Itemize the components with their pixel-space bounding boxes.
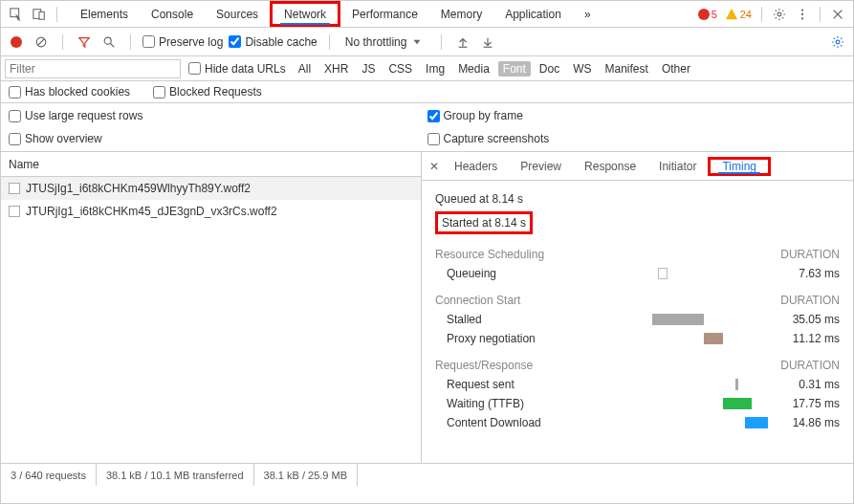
error-warning-badge[interactable]: 5 24: [698, 8, 752, 21]
metric-request-sent: Request sent 0.31 ms: [435, 378, 840, 391]
tab-more[interactable]: »: [573, 1, 602, 27]
chevron-down-icon: [408, 35, 426, 49]
svg-point-8: [104, 37, 111, 44]
type-other[interactable]: Other: [657, 61, 695, 77]
detail-tab-preview[interactable]: Preview: [509, 152, 573, 180]
record-icon: [11, 36, 22, 48]
group-by-frame-checkbox[interactable]: Group by frame: [427, 109, 846, 122]
download-har-icon[interactable]: [478, 33, 497, 52]
tab-memory[interactable]: Memory: [429, 1, 493, 27]
duration-header: DURATION: [780, 248, 840, 261]
section-request-response: Request/Response: [435, 359, 533, 372]
device-toggle-icon[interactable]: [30, 5, 49, 24]
type-js[interactable]: JS: [357, 61, 380, 77]
svg-rect-2: [39, 11, 44, 19]
show-overview-checkbox[interactable]: Show overview: [9, 132, 427, 145]
column-header-name[interactable]: Name: [1, 152, 421, 177]
status-resources: 38.1 kB / 25.9 MB: [254, 464, 358, 486]
type-img[interactable]: Img: [421, 61, 449, 77]
started-at-label: Started at 8.14 s: [442, 216, 526, 230]
tab-elements[interactable]: Elements: [69, 1, 140, 27]
preserve-log-checkbox[interactable]: Preserve log: [142, 35, 223, 49]
settings-icon[interactable]: [770, 5, 789, 24]
blocked-requests-checkbox[interactable]: Blocked Requests: [153, 85, 262, 99]
metric-stalled: Stalled 35.05 ms: [435, 313, 840, 326]
section-resource-scheduling: Resource Scheduling: [435, 248, 544, 261]
type-doc[interactable]: Doc: [535, 61, 564, 77]
throttling-select[interactable]: No throttling: [341, 33, 430, 51]
duration-header: DURATION: [780, 294, 840, 307]
warning-icon: [725, 8, 738, 21]
metric-content-download: Content Download 14.86 ms: [435, 416, 840, 429]
type-all[interactable]: All: [294, 61, 316, 77]
upload-har-icon[interactable]: [453, 33, 472, 52]
metric-waiting-ttfb: Waiting (TTFB) 17.75 ms: [435, 397, 840, 410]
disable-cache-checkbox[interactable]: Disable cache: [229, 35, 317, 49]
queued-at-label: Queued at 8.14 s: [435, 192, 840, 206]
type-css[interactable]: CSS: [383, 61, 417, 77]
type-media[interactable]: Media: [453, 61, 494, 77]
priority-icon: [9, 183, 20, 194]
blocked-cookies-checkbox[interactable]: Has blocked cookies: [9, 85, 130, 99]
svg-point-5: [801, 12, 803, 14]
metric-queueing: Queueing 7.63 ms: [435, 267, 840, 280]
section-connection-start: Connection Start: [435, 294, 520, 307]
close-devtools-icon[interactable]: [828, 5, 847, 24]
network-settings-icon[interactable]: [828, 33, 847, 52]
svg-point-3: [777, 12, 781, 16]
tab-application[interactable]: Application: [493, 1, 573, 27]
record-button[interactable]: [7, 33, 26, 52]
metric-proxy: Proxy negotiation 11.12 ms: [435, 332, 840, 345]
request-name-label: JTURjIg1_i6t8kCHKm45_dJE3gnD_vx3rCs.woff…: [26, 205, 277, 218]
type-xhr[interactable]: XHR: [319, 61, 353, 77]
detail-tab-initiator[interactable]: Initiator: [647, 152, 708, 180]
tab-performance[interactable]: Performance: [340, 1, 429, 27]
tab-network[interactable]: Network: [270, 1, 340, 27]
kebab-icon[interactable]: [793, 5, 812, 24]
hide-data-urls-checkbox[interactable]: Hide data URLs: [188, 62, 286, 76]
status-requests: 3 / 640 requests: [1, 464, 97, 486]
large-rows-checkbox[interactable]: Use large request rows: [9, 109, 427, 122]
type-manifest[interactable]: Manifest: [601, 61, 653, 77]
type-font[interactable]: Font: [498, 61, 531, 77]
capture-screenshots-checkbox[interactable]: Capture screenshots: [427, 132, 846, 145]
tab-console[interactable]: Console: [140, 1, 205, 27]
svg-point-4: [801, 9, 803, 11]
svg-point-6: [801, 17, 803, 19]
error-icon: [698, 9, 710, 20]
search-icon[interactable]: [99, 33, 119, 52]
request-row[interactable]: JTUSjIg1_i6t8kCHKm459WlhyyTh89Y.woff2: [1, 177, 421, 200]
request-row[interactable]: JTURjIg1_i6t8kCHKm45_dJE3gnD_vx3rCs.woff…: [1, 200, 421, 223]
priority-icon: [9, 206, 20, 217]
detail-tab-headers[interactable]: Headers: [443, 152, 509, 180]
filter-input[interactable]: [5, 59, 181, 78]
detail-tab-timing[interactable]: Timing: [711, 160, 768, 173]
detail-tab-response[interactable]: Response: [573, 152, 647, 180]
svg-point-9: [836, 40, 840, 44]
request-name-label: JTUSjIg1_i6t8kCHKm459WlhyyTh89Y.woff2: [26, 182, 251, 195]
type-ws[interactable]: WS: [568, 61, 596, 77]
filter-icon[interactable]: [75, 33, 94, 52]
inspect-icon[interactable]: [7, 5, 26, 24]
close-details-icon[interactable]: ✕: [426, 160, 443, 173]
status-transferred: 38.1 kB / 10.1 MB transferred: [97, 464, 254, 486]
duration-header: DURATION: [780, 359, 840, 372]
tab-sources[interactable]: Sources: [205, 1, 270, 27]
clear-button[interactable]: [32, 33, 51, 52]
